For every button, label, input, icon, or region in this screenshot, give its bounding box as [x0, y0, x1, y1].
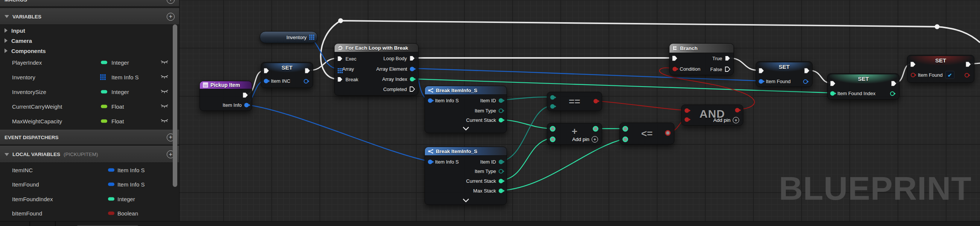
node-set-item-inc[interactable]: SET Item INC	[261, 62, 313, 88]
break-struct-icon	[428, 88, 434, 93]
section-macros[interactable]: MACROS +	[0, 0, 179, 7]
node-pickup-item-event[interactable]: Pickup Item Item Info	[199, 81, 252, 111]
array-element-out-pin[interactable]	[410, 66, 414, 71]
false-out-pin[interactable]	[725, 66, 730, 72]
exec-in-pin[interactable]	[263, 68, 269, 74]
eye-closed-icon[interactable]	[160, 59, 169, 66]
item-info-out-pin[interactable]	[244, 103, 249, 107]
value-out-pin[interactable]	[304, 79, 308, 84]
input-a-pin[interactable]	[622, 126, 628, 132]
item-id-out-pin[interactable]	[499, 160, 503, 164]
section-variables[interactable]: VARIABLES +	[0, 8, 179, 25]
node-less-equal[interactable]: <=	[619, 123, 675, 144]
exec-out-pin[interactable]	[891, 81, 897, 87]
local-variable-row-itemfound[interactable]: ItemFound Item Info S	[0, 178, 179, 190]
input-b-pin[interactable]	[550, 136, 555, 142]
input-a-pin[interactable]	[684, 108, 689, 113]
add-pin-button[interactable]: Add pin +	[713, 117, 739, 123]
loop-body-out-pin[interactable]	[409, 56, 415, 61]
eye-closed-icon[interactable]	[160, 89, 169, 95]
node-set-item-found[interactable]: SET Item Found	[756, 61, 813, 87]
sidebar-group-components[interactable]: Components	[0, 46, 179, 56]
local-variable-row-itemfoundindex[interactable]: ItemFoundIndex Integer	[0, 193, 179, 205]
section-local-variables[interactable]: LOCAL VARIABLES (PICKUPITEM) +	[0, 146, 179, 163]
struct-in-pin[interactable]	[428, 160, 433, 164]
item-type-out-pin[interactable]	[499, 108, 503, 113]
expand-arrow-icon	[5, 38, 8, 43]
add-pin-button[interactable]: Add pin +	[572, 136, 598, 142]
exec-out-pin[interactable]	[965, 61, 971, 67]
current-stack-out-pin[interactable]	[499, 118, 503, 122]
current-stack-out-pin[interactable]	[499, 179, 503, 183]
exec-in-pin[interactable]	[337, 56, 343, 62]
result-out-pin[interactable]	[593, 126, 598, 132]
add-macro-button[interactable]: +	[167, 0, 175, 4]
break-in-pin[interactable]	[337, 77, 343, 82]
input-b-pin[interactable]	[622, 136, 628, 142]
struct-type-pill	[108, 169, 115, 172]
value-in-pin[interactable]	[264, 79, 268, 83]
node-set-b-item-found[interactable]: SET Item Found ✔	[907, 55, 974, 83]
input-a-pin[interactable]	[550, 95, 555, 100]
max-stack-out-pin[interactable]	[499, 188, 503, 193]
node-get-inventory[interactable]: Inventory	[260, 31, 318, 43]
value-out-pin[interactable]	[890, 92, 894, 96]
section-event-dispatchers[interactable]: EVENT DISPATCHERS +	[0, 130, 179, 145]
expand-arrow-icon	[5, 49, 8, 53]
variable-row-inventorysize[interactable]: InventorySize Integer	[0, 86, 179, 98]
node-equals[interactable]: ==	[547, 92, 602, 111]
completed-out-pin[interactable]	[409, 87, 415, 92]
node-break-iteminfo-bottom[interactable]: Break ItemInfo_S Item Info S Item ID Ite…	[425, 147, 507, 205]
value-out-pin[interactable]	[803, 79, 808, 84]
add-variable-button[interactable]: +	[167, 13, 175, 21]
exec-out-pin[interactable]	[304, 68, 310, 74]
true-out-pin[interactable]	[725, 56, 730, 61]
eye-closed-icon[interactable]	[160, 118, 169, 125]
node-foreach-loop-with-break[interactable]: For Each Loop with Break Exec Array Brea…	[334, 43, 418, 95]
sidebar-scrollbar[interactable]	[173, 24, 177, 187]
node-branch[interactable]: Branch Condition True False	[669, 43, 734, 75]
result-out-pin[interactable]	[665, 130, 671, 136]
bool-checkbox[interactable]: ✔	[945, 71, 955, 79]
result-out-pin[interactable]	[593, 99, 598, 103]
input-b-pin[interactable]	[684, 117, 689, 122]
input-a-pin[interactable]	[550, 126, 555, 132]
eye-closed-icon[interactable]	[160, 74, 169, 81]
array-in-pin[interactable]	[337, 68, 339, 70]
item-id-out-pin[interactable]	[499, 98, 503, 103]
node-add[interactable]: + Add pin +	[547, 123, 602, 145]
exec-in-pin[interactable]	[672, 55, 678, 61]
struct-in-pin[interactable]	[428, 98, 433, 103]
exec-in-pin[interactable]	[910, 61, 916, 67]
pin-row: Array Element	[376, 66, 414, 72]
array-index-out-pin[interactable]	[410, 77, 414, 81]
node-break-iteminfo-top[interactable]: Break ItemInfo_S Item Info S Item ID Ite…	[425, 86, 507, 133]
value-out-pin[interactable]	[964, 73, 969, 77]
variable-row-inventory[interactable]: Inventory Item Info S	[0, 71, 179, 83]
condition-in-pin[interactable]	[673, 66, 677, 71]
variable-row-playerindex[interactable]: PlayerIndex Integer	[0, 57, 179, 68]
value-in-pin[interactable]	[759, 79, 763, 84]
exec-out-pin[interactable]	[804, 68, 810, 74]
exec-out-pin[interactable]	[242, 92, 248, 98]
result-out-pin[interactable]	[735, 108, 740, 112]
sidebar-group-camera[interactable]: Camera	[0, 35, 179, 46]
variable-row-currentcarryweight[interactable]: CurrentCarryWeight Float	[0, 100, 179, 112]
expand-chevron-icon[interactable]	[463, 196, 469, 203]
eye-closed-icon[interactable]	[160, 103, 169, 110]
item-type-out-pin[interactable]	[499, 169, 503, 173]
local-variable-row-bitemfound[interactable]: bItemFound Boolean	[0, 207, 179, 219]
node-and[interactable]: AND Add pin +	[681, 104, 743, 126]
node-set-item-found-index[interactable]: SET Item Found Index	[827, 73, 899, 100]
expand-chevron-icon[interactable]	[463, 125, 469, 131]
variable-row-maxweightcapacity[interactable]: MaxWeightCapacity Float	[0, 115, 179, 127]
array-pin[interactable]	[309, 35, 311, 36]
exec-in-pin[interactable]	[758, 68, 764, 74]
value-in-pin[interactable]	[830, 91, 835, 95]
exec-in-pin[interactable]	[830, 81, 836, 87]
value-in-pin[interactable]	[911, 73, 915, 77]
local-variable-row-iteminc[interactable]: ItemINC Item Info S	[0, 164, 179, 176]
input-b-pin[interactable]	[550, 104, 555, 109]
sidebar-group-input[interactable]: Input	[0, 25, 179, 35]
pin-row: Item Type	[474, 169, 503, 174]
